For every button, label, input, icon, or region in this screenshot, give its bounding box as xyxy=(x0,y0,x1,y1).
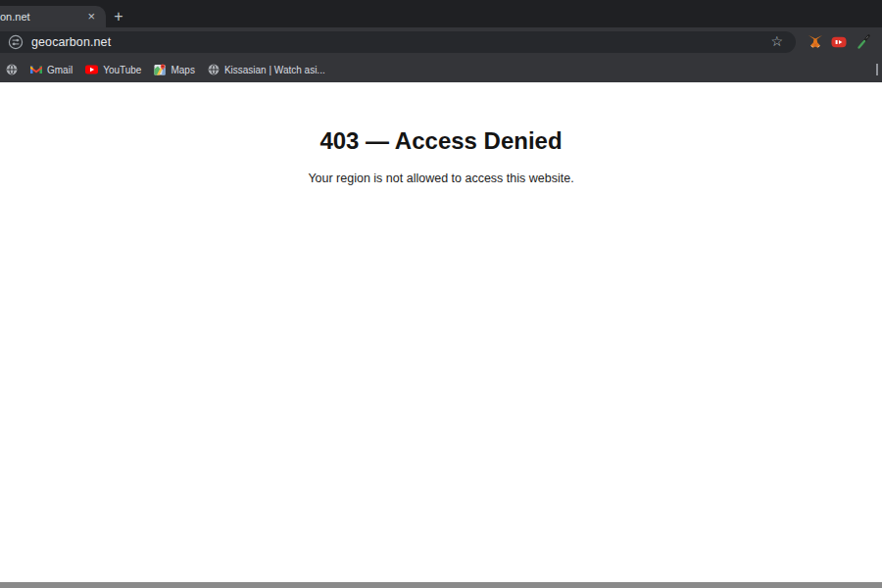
active-tab[interactable]: on.net × xyxy=(0,6,106,27)
bookmark-label: Gmail xyxy=(47,65,73,75)
bookmark-item-maps[interactable]: Maps xyxy=(154,57,194,82)
maps-icon xyxy=(154,64,166,75)
tab-title: on.net xyxy=(0,6,63,27)
bookmark-star-icon[interactable]: ☆ xyxy=(770,31,783,53)
bookmark-item-youtube[interactable]: YouTube xyxy=(85,57,141,82)
bookmarks-bar: Gmail YouTube Maps xyxy=(0,57,882,82)
tab-strip: on.net × + xyxy=(0,0,882,27)
bookmark-item-globe[interactable] xyxy=(6,57,18,82)
page-content: 403 — Access Denied Your region is not a… xyxy=(0,82,882,582)
metamask-extension-icon[interactable] xyxy=(808,34,823,50)
globe-icon xyxy=(6,64,18,75)
bookmark-item-gmail[interactable]: Gmail xyxy=(30,57,73,82)
bookmark-label: YouTube xyxy=(103,65,141,75)
site-info-tune-icon[interactable] xyxy=(8,34,24,50)
tab-close-button[interactable]: × xyxy=(87,6,95,27)
url-text: geocarbon.net xyxy=(31,31,111,53)
globe-icon xyxy=(208,64,220,75)
error-message: Your region is not allowed to access thi… xyxy=(0,172,882,185)
error-heading: 403 — Access Denied xyxy=(0,82,882,155)
new-tab-button[interactable]: + xyxy=(108,6,129,27)
red-badge-extension-icon[interactable] xyxy=(831,34,847,50)
bookmark-label: Kissasian | Watch asi... xyxy=(224,65,325,75)
eyedropper-extension-icon[interactable] xyxy=(855,33,872,51)
bookmark-item-kissasian[interactable]: Kissasian | Watch asi... xyxy=(208,57,325,82)
taskbar-edge xyxy=(0,582,882,588)
youtube-icon xyxy=(85,65,98,74)
toolbar: geocarbon.net ☆ xyxy=(0,27,882,57)
gmail-icon xyxy=(30,64,42,75)
address-bar[interactable]: geocarbon.net ☆ xyxy=(0,31,796,53)
bookmarks-overflow-tick xyxy=(876,64,878,75)
browser-window: on.net × + geocarbon.net ☆ xyxy=(0,0,882,588)
bookmark-label: Maps xyxy=(171,65,194,75)
